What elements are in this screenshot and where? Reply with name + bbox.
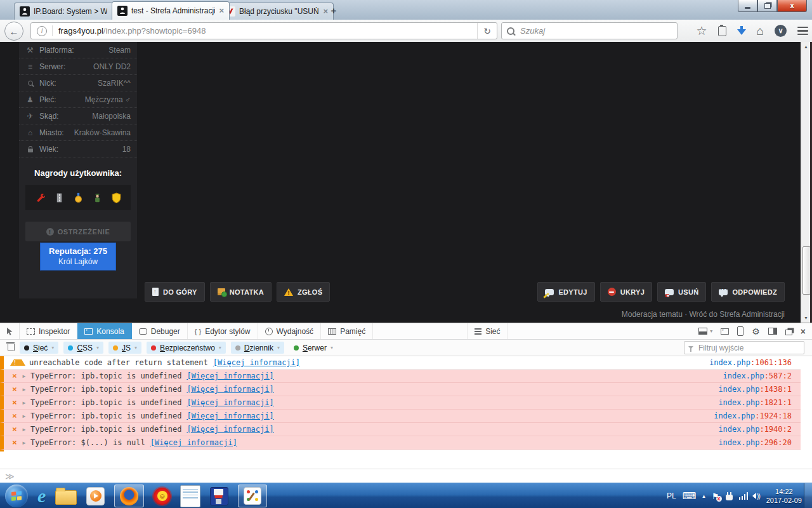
clear-console-trash-icon[interactable] xyxy=(8,344,15,351)
search-input[interactable] xyxy=(519,25,677,36)
note-button[interactable]: NOTATKA xyxy=(210,282,272,302)
filter-chip-bezpieczenstwo[interactable]: Bezpieczeństwo ▾ xyxy=(147,342,226,354)
expand-caret-icon[interactable]: ▶ xyxy=(19,400,29,406)
scroll-down-icon[interactable]: ▼ xyxy=(801,313,811,323)
dock-window-button[interactable] xyxy=(785,328,792,335)
expand-caret-icon[interactable]: ▶ xyxy=(19,427,29,432)
console-error-row[interactable]: × ▶ TypeError: $(...) is null [Więcej in… xyxy=(0,436,801,450)
pocket-icon[interactable]: ∨ xyxy=(775,25,787,37)
action-center-flag-icon[interactable]: ⚑x xyxy=(712,491,719,501)
source-location[interactable]: index.php:587:2 xyxy=(723,371,801,380)
console-filter-input[interactable] xyxy=(697,343,804,353)
hide-button[interactable]: UKRYJ xyxy=(600,282,652,302)
filter-chip-css[interactable]: CSS ▾ xyxy=(63,342,103,354)
firefox-taskbar-button[interactable] xyxy=(114,485,144,507)
internet-explorer-icon[interactable]: e xyxy=(37,485,46,507)
award-road-icon[interactable] xyxy=(54,192,65,203)
award-soldier-icon[interactable] xyxy=(92,192,103,203)
start-button[interactable] xyxy=(5,485,28,507)
devtools-tab-edytor-stylow[interactable]: { } Edytor stylów xyxy=(188,323,258,339)
search-bar[interactable] xyxy=(501,22,678,39)
chevron-down-icon[interactable]: ▾ xyxy=(219,345,221,351)
go-to-top-button[interactable]: DO GÓRY xyxy=(145,282,205,302)
close-button[interactable]: x xyxy=(777,0,807,12)
console-warning-row[interactable]: ▶ unreachable code after return statemen… xyxy=(0,356,801,370)
warning-button[interactable]: ! OSTRZEŻENIE xyxy=(25,222,131,241)
url-bar[interactable]: i frags4you.pl /index.php?showtopic=6948… xyxy=(30,22,497,39)
keyboard-icon[interactable]: ⌨ xyxy=(683,490,697,502)
delete-button[interactable]: USUŃ xyxy=(657,282,706,302)
reply-button[interactable]: ODPOWIEDZ xyxy=(711,282,785,302)
source-file[interactable]: index.php xyxy=(718,425,759,434)
learn-more-link[interactable]: [Więcej informacji] xyxy=(150,438,237,447)
devtools-close-button[interactable]: × xyxy=(801,326,806,337)
reload-button[interactable]: ↻ xyxy=(477,23,497,39)
site-info-icon[interactable]: i xyxy=(37,26,47,36)
node-picker-button[interactable] xyxy=(0,323,20,339)
devtools-tab-inspektor[interactable]: Inspektor xyxy=(20,323,77,339)
network-signal-icon[interactable] xyxy=(739,492,749,500)
power-plug-icon[interactable] xyxy=(726,495,733,500)
responsive-mode-button[interactable] xyxy=(737,326,743,336)
restore-button[interactable] xyxy=(757,0,777,12)
source-file[interactable]: index.php xyxy=(709,358,750,367)
console-error-row[interactable]: × ▶ TypeError: ipb.topic is undefined [W… xyxy=(0,423,801,436)
reading-list-icon[interactable] xyxy=(718,26,726,36)
expand-caret-icon[interactable]: ▶ xyxy=(19,413,29,419)
console-error-row[interactable]: × ▶ TypeError: ipb.topic is undefined [W… xyxy=(0,396,801,410)
expand-caret-icon[interactable]: ▶ xyxy=(19,387,29,392)
filter-chip-dziennik[interactable]: Dziennik ▾ xyxy=(231,342,284,354)
split-console-button[interactable] xyxy=(698,328,707,335)
browser-tab-2-active[interactable]: test - Strefa Administracji -... × xyxy=(112,1,230,20)
chevron-down-icon[interactable]: ▾ xyxy=(277,345,280,351)
devtools-tab-wydajnosc[interactable]: Wydajność xyxy=(258,323,322,339)
browser-tab-3[interactable]: Błąd przyciusku "USUŃ" - ... × xyxy=(219,3,334,20)
floppy-disk-icon[interactable] xyxy=(210,487,228,505)
reputation-box[interactable]: Reputacja: 275 Król Lajków xyxy=(40,243,116,271)
paint-taskbar-button[interactable] xyxy=(238,485,267,507)
learn-more-link[interactable]: [Więcej informacji] xyxy=(187,385,273,394)
filter-chip-serwer[interactable]: Serwer ▾ xyxy=(289,342,337,354)
expand-caret-icon[interactable]: ▶ xyxy=(19,373,29,379)
scratchpad-icon[interactable] xyxy=(721,328,729,335)
settings-gear-icon[interactable]: ⚙ xyxy=(752,326,760,337)
learn-more-link[interactable]: [Więcej informacji] xyxy=(213,358,300,367)
source-file[interactable]: index.php xyxy=(718,398,759,407)
dock-side-button[interactable] xyxy=(768,328,777,335)
console-filter-input-box[interactable] xyxy=(684,341,804,354)
notepad-icon[interactable] xyxy=(180,485,200,507)
source-file[interactable]: index.php xyxy=(718,438,759,447)
taskbar-clock[interactable]: 14:22 2017-02-09 xyxy=(766,487,802,505)
browser-tab-1[interactable]: IP.Board: System > Wygląd... × xyxy=(14,3,122,20)
language-indicator[interactable]: PL xyxy=(667,491,676,500)
award-medal-icon[interactable] xyxy=(73,192,84,203)
devtools-tab-siec[interactable]: Sieć xyxy=(468,323,508,339)
chevron-down-icon[interactable]: ▾ xyxy=(331,345,333,351)
media-player-icon[interactable] xyxy=(86,487,105,505)
source-location[interactable]: index.php:1438:1 xyxy=(718,385,801,394)
source-file[interactable]: index.php xyxy=(723,371,764,380)
learn-more-link[interactable]: [Więcej informacji] xyxy=(187,371,273,380)
filter-chip-js[interactable]: JS ▾ xyxy=(108,342,141,354)
page-scrollbar[interactable]: ▲ ▼ xyxy=(801,42,811,323)
new-tab-button[interactable]: + xyxy=(326,4,341,17)
scroll-up-icon[interactable]: ▲ xyxy=(801,42,811,51)
console-error-row[interactable]: × ▶ TypeError: ipb.topic is undefined [W… xyxy=(0,410,801,423)
home-icon[interactable]: ⌂ xyxy=(757,24,764,38)
chevron-down-icon[interactable]: ▾ xyxy=(51,345,54,351)
hidden-icons-arrow[interactable]: ▴ xyxy=(702,493,705,499)
award-wrench-icon[interactable] xyxy=(35,192,46,203)
console-error-row[interactable]: × ▶ TypeError: ipb.topic is undefined [W… xyxy=(0,383,801,396)
learn-more-link[interactable]: [Więcej informacji] xyxy=(187,398,273,407)
scrollbar-thumb[interactable] xyxy=(802,246,811,295)
tab-close-icon[interactable]: × xyxy=(219,8,224,14)
chevron-down-icon[interactable]: ▾ xyxy=(134,345,137,351)
devtools-tab-pamiec[interactable]: Pamięć xyxy=(321,323,373,339)
learn-more-link[interactable]: [Więcej informacji] xyxy=(187,411,273,420)
menu-button[interactable] xyxy=(797,27,808,36)
source-location[interactable]: index.php:296:20 xyxy=(718,438,801,447)
source-location[interactable]: index.php:1924:18 xyxy=(714,411,801,420)
back-button[interactable]: ← xyxy=(4,22,23,41)
show-desktop-button[interactable] xyxy=(804,483,812,508)
chevron-down-icon[interactable]: ▾ xyxy=(96,345,99,351)
